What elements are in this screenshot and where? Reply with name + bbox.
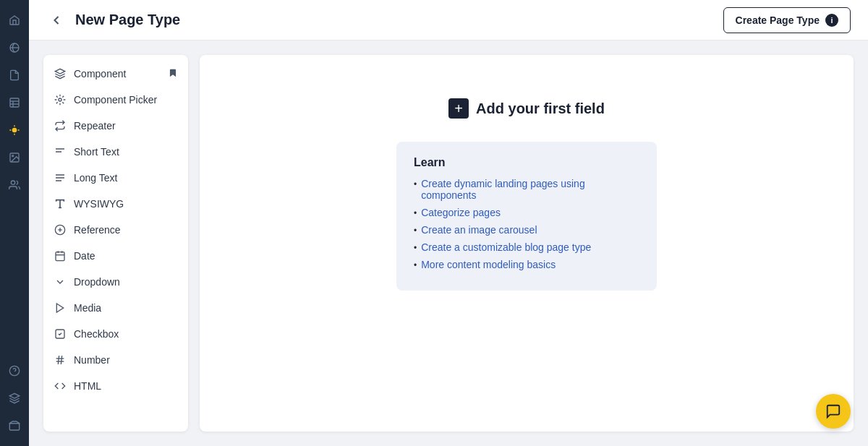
learn-link-3[interactable]: Create a customizable blog page type (421, 241, 591, 253)
info-icon: i (825, 14, 838, 27)
long-text-icon (54, 171, 67, 184)
nav-layers2-icon[interactable] (3, 414, 26, 437)
svg-rect-12 (9, 424, 19, 430)
field-item-number[interactable]: Number (43, 347, 188, 373)
field-types-panel: Component Component Picker Repeater (43, 55, 188, 432)
field-item-checkbox[interactable]: Checkbox (43, 321, 188, 347)
field-label-component-picker: Component Picker (74, 94, 178, 106)
nav-home-icon[interactable] (3, 9, 26, 32)
bullet-2: • (414, 226, 417, 236)
field-label-reference: Reference (74, 224, 178, 236)
learn-link-2[interactable]: Create an image carousel (421, 224, 537, 236)
create-btn-label: Create Page Type (736, 14, 820, 26)
bullet-0: • (414, 179, 417, 189)
field-label-html: HTML (74, 380, 178, 392)
short-text-icon (54, 145, 67, 158)
reference-icon (54, 223, 67, 236)
field-label-date: Date (74, 250, 178, 262)
field-label-number: Number (74, 354, 178, 366)
nav-file-icon[interactable] (3, 64, 26, 87)
field-item-dropdown[interactable]: Dropdown (43, 269, 188, 295)
nav-help-icon[interactable] (3, 359, 26, 382)
field-item-component[interactable]: Component (43, 61, 188, 87)
field-item-repeater[interactable]: Repeater (43, 113, 188, 139)
svg-marker-11 (9, 393, 19, 398)
field-label-long-text: Long Text (74, 172, 178, 184)
field-item-long-text[interactable]: Long Text (43, 165, 188, 191)
page-title: New Page Type (75, 12, 715, 28)
field-label-repeater: Repeater (74, 120, 178, 132)
field-item-wysiwyg[interactable]: WYSIWYG (43, 191, 188, 217)
main-area: New Page Type Create Page Type i Compone… (29, 0, 868, 446)
bullet-4: • (414, 260, 417, 270)
field-item-component-picker[interactable]: Component Picker (43, 87, 188, 113)
html-icon (54, 379, 67, 393)
canvas-area: + Add your first field Learn • Create dy… (200, 55, 854, 432)
field-label-media: Media (74, 302, 178, 314)
field-item-reference[interactable]: Reference (43, 217, 188, 243)
learn-card-title: Learn (414, 156, 639, 169)
svg-point-14 (59, 98, 61, 101)
nav-bug-icon[interactable] (3, 119, 26, 142)
field-item-media[interactable]: Media (43, 295, 188, 321)
nav-users-icon[interactable] (3, 173, 26, 197)
dropdown-icon (54, 275, 67, 288)
topbar: New Page Type Create Page Type i (29, 0, 868, 40)
add-field-label: Add your first field (476, 100, 605, 117)
nav-blog-icon[interactable] (3, 36, 26, 59)
bullet-3: • (414, 243, 417, 253)
learn-item-3: • Create a customizable blog page type (414, 241, 639, 253)
field-label-component: Component (74, 68, 161, 80)
field-item-date[interactable]: Date (43, 243, 188, 269)
learn-link-4[interactable]: More content modeling basics (421, 259, 556, 270)
checkbox-icon (54, 327, 67, 340)
svg-rect-1 (10, 98, 19, 107)
nav-image-icon[interactable] (3, 146, 26, 169)
nav-table-icon[interactable] (3, 91, 26, 114)
svg-point-7 (12, 155, 14, 157)
date-icon (54, 249, 67, 262)
svg-marker-27 (56, 304, 63, 312)
learn-item-4: • More content modeling basics (414, 259, 639, 270)
field-label-checkbox: Checkbox (74, 328, 178, 340)
field-item-short-text[interactable]: Short Text (43, 139, 188, 165)
field-label-short-text: Short Text (74, 146, 178, 158)
field-label-dropdown: Dropdown (74, 276, 178, 288)
add-field-button[interactable]: + (448, 98, 469, 119)
chat-button[interactable] (816, 394, 851, 429)
field-label-wysiwyg: WYSIWYG (74, 198, 178, 210)
svg-marker-13 (55, 69, 64, 74)
component-icon (54, 67, 67, 80)
bullet-1: • (414, 208, 417, 218)
back-button[interactable] (46, 10, 67, 30)
learn-item-1: • Categorize pages (414, 207, 639, 218)
add-first-field: + Add your first field (448, 98, 605, 119)
number-icon (54, 353, 67, 366)
svg-rect-23 (56, 252, 64, 261)
sidebar-nav (0, 0, 29, 446)
wysiwyg-icon (54, 197, 67, 210)
learn-item-2: • Create an image carousel (414, 224, 639, 236)
repeater-icon (54, 119, 67, 132)
component-picker-icon (54, 93, 67, 106)
create-page-type-button[interactable]: Create Page Type i (723, 7, 851, 33)
learn-link-1[interactable]: Categorize pages (421, 207, 501, 218)
svg-line-32 (61, 356, 61, 364)
content-area: Component Component Picker Repeater (29, 40, 868, 446)
nav-layers-icon[interactable] (3, 387, 26, 410)
media-icon (54, 301, 67, 314)
svg-point-5 (12, 128, 17, 133)
bookmark-icon (168, 68, 178, 80)
svg-point-8 (11, 181, 14, 184)
svg-line-31 (58, 356, 59, 364)
learn-link-0[interactable]: Create dynamic landing pages using compo… (421, 178, 639, 201)
learn-item-0: • Create dynamic landing pages using com… (414, 178, 639, 201)
learn-card: Learn • Create dynamic landing pages usi… (396, 142, 657, 291)
field-item-html[interactable]: HTML (43, 373, 188, 399)
